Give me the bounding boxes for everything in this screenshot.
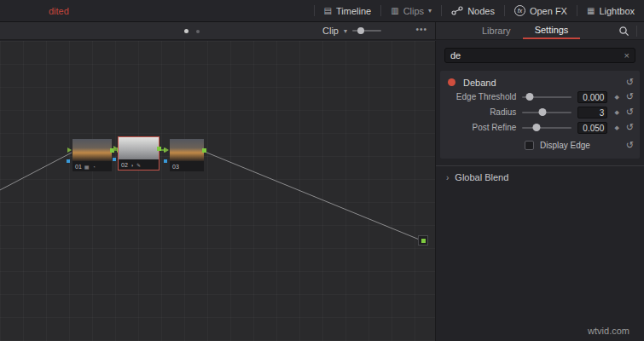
global-blend-section[interactable]: › Global Blend (436, 165, 644, 188)
clip-selector[interactable]: Clip ▾ (322, 22, 381, 39)
node-03[interactable]: 03 (170, 139, 204, 171)
timeline-name-label: dited (49, 6, 69, 16)
reset-icon[interactable]: ↺ (626, 141, 634, 150)
display-edge-checkbox[interactable] (525, 141, 534, 150)
openfx-settings-panel: × Deband ↺ Edge Threshold 0.000 ◆ ↺ Radi… (435, 41, 644, 341)
node-02-selected[interactable]: 02 ◑ ✎ (119, 137, 159, 170)
watermark: wtvid.com (588, 326, 629, 336)
effect-enable-toggle[interactable] (448, 78, 455, 86)
toolbar-button-group: ▤ Timeline ▥ Clips ▾ Nodes fx (314, 0, 644, 21)
key-input-icon[interactable] (113, 158, 116, 161)
node-thumbnail (170, 139, 204, 161)
clips-icon: ▥ (391, 7, 398, 15)
reset-icon[interactable]: ↺ (626, 107, 634, 117)
chevron-down-icon: ▾ (428, 7, 432, 14)
rgb-input-icon[interactable] (113, 146, 118, 151)
post-refine-value[interactable]: 0.050 (577, 122, 608, 134)
edge-threshold-slider[interactable] (522, 96, 571, 98)
output-dot-icon (421, 239, 426, 243)
gallery-page-dots[interactable] (184, 29, 200, 33)
open-fx-button[interactable]: fx Open FX (505, 0, 577, 21)
top-toolbar: dited ▤ Timeline ▥ Clips ▾ Nodes (0, 0, 644, 22)
node-status-icons: ▦ ◔ (84, 164, 96, 170)
reset-icon[interactable]: ↺ (626, 78, 634, 87)
node-zoom-slider[interactable] (352, 30, 381, 32)
slider-handle[interactable] (525, 93, 533, 101)
node-thumbnail (119, 137, 159, 159)
node-connection-wires (0, 41, 435, 341)
tab-settings[interactable]: Settings (523, 22, 581, 39)
effect-title: Deband (463, 78, 496, 88)
key-input-icon[interactable] (67, 159, 70, 163)
node-01[interactable]: 01 ▦ ◔ (73, 139, 112, 171)
rgb-output-icon[interactable] (157, 147, 161, 151)
timeline-icon: ▤ (324, 7, 332, 15)
clip-selector-label: Clip (322, 26, 339, 36)
slider-handle[interactable] (357, 27, 364, 34)
rgb-input-icon[interactable] (67, 147, 72, 153)
tab-library[interactable]: Library (470, 22, 523, 39)
node-label-bar: 03 (170, 161, 204, 171)
node-number: 01 (75, 164, 82, 170)
reset-icon[interactable]: ↺ (626, 123, 634, 132)
key-input-icon[interactable] (164, 159, 167, 163)
openfx-panel-header: Library Settings (435, 22, 644, 40)
chevron-down-icon: ▾ (344, 27, 347, 35)
deband-effect-card: Deband ↺ Edge Threshold 0.000 ◆ ↺ Radius… (440, 71, 640, 159)
nodes-button[interactable]: Nodes (442, 0, 504, 21)
post-refine-slider[interactable] (522, 127, 571, 129)
node-label-bar: 02 ◑ ✎ (119, 159, 159, 170)
slider-handle[interactable] (539, 108, 547, 116)
lightbox-icon: ▦ (587, 7, 595, 15)
fx-icon: fx (514, 5, 525, 16)
reset-icon[interactable]: ↺ (626, 92, 634, 101)
search-input[interactable] (450, 50, 624, 61)
edge-threshold-value[interactable]: 0.000 (577, 91, 608, 103)
node-label-bar: 01 ▦ ◔ (73, 161, 112, 171)
node-graph[interactable]: 01 ▦ ◔ 02 ◑ ✎ 03 (0, 41, 435, 341)
node-thumbnail (73, 139, 112, 161)
clips-button[interactable]: ▥ Clips ▾ (381, 0, 441, 21)
node-editor-header: Clip ▾ ••• (0, 22, 435, 40)
slider-handle[interactable] (533, 124, 541, 131)
rgb-output-icon[interactable] (202, 148, 206, 153)
display-edge-row: Display Edge ↺ (446, 139, 634, 152)
timeline-button[interactable]: ▤ Timeline (315, 0, 381, 21)
clear-search-icon[interactable]: × (624, 50, 629, 61)
keyframe-icon[interactable]: ◆ (614, 94, 618, 101)
radius-slider[interactable] (522, 112, 571, 113)
radius-value[interactable]: 3 (577, 107, 608, 118)
keyframe-icon[interactable]: ◆ (614, 109, 618, 116)
keyframe-icon[interactable]: ◆ (614, 124, 618, 131)
page-dot[interactable] (196, 30, 200, 33)
node-editor-options-menu[interactable]: ••• (415, 25, 427, 34)
param-label: Post Refine (446, 123, 516, 132)
node-status-icons: ◑ ✎ (131, 162, 142, 168)
node-tree-output[interactable] (418, 235, 428, 246)
panel-header-tools (618, 26, 644, 37)
rgb-input-icon[interactable] (165, 147, 169, 153)
nodes-icon (451, 6, 463, 15)
node-number: 02 (121, 162, 128, 168)
davinci-resolve-color-page: dited ▤ Timeline ▥ Clips ▾ Nodes (0, 0, 644, 341)
page-dot-active[interactable] (184, 29, 189, 33)
param-row-radius: Radius 3 ◆ ↺ (446, 105, 634, 119)
search-icon[interactable] (618, 26, 629, 37)
param-label: Edge Threshold (446, 92, 516, 101)
panel-header-divider (636, 26, 637, 37)
effect-search-box[interactable]: × (444, 48, 635, 63)
param-row-post-refine: Post Refine 0.050 ◆ ↺ (446, 120, 634, 135)
node-number: 03 (172, 164, 179, 170)
param-row-edge-threshold: Edge Threshold 0.000 ◆ ↺ (446, 90, 634, 104)
effect-header: Deband ↺ (446, 76, 634, 89)
global-blend-label: Global Blend (455, 172, 508, 182)
chevron-right-icon: › (446, 173, 449, 182)
param-label: Radius (446, 107, 516, 117)
display-edge-label: Display Edge (540, 141, 590, 150)
lightbox-button[interactable]: ▦ Lightbox (577, 0, 644, 21)
